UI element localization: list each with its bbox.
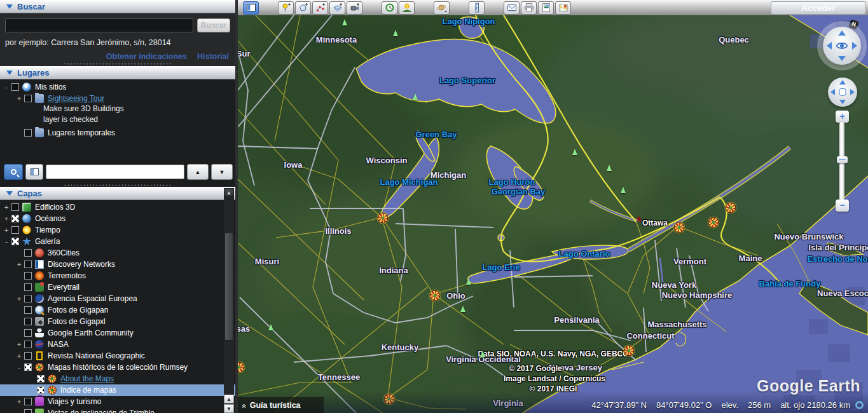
layer-row[interactable]: Fotos de Gigapxl: [0, 316, 235, 327]
scroll-up-button[interactable]: ▲: [224, 188, 234, 197]
zoom-out-button[interactable]: −: [836, 200, 849, 212]
layer-row[interactable]: +Viajes y turismo: [0, 396, 235, 407]
expander-icon[interactable]: -: [15, 363, 23, 372]
email-button[interactable]: [504, 1, 520, 15]
search-button[interactable]: Buscar: [197, 18, 230, 32]
add-placemark-button[interactable]: [278, 1, 294, 15]
layer-row[interactable]: +NASA: [0, 339, 235, 350]
expander-icon[interactable]: +: [15, 95, 23, 103]
layer-row[interactable]: -Galería: [0, 236, 235, 247]
rumsey-map-marker[interactable]: [726, 203, 736, 213]
layer-row[interactable]: -Mapas históricos de la colección Rumsey: [0, 362, 235, 373]
places-panel-header[interactable]: Lugares: [0, 66, 235, 79]
layer-label[interactable]: About the Maps: [60, 374, 114, 383]
rumsey-map-marker[interactable]: [624, 346, 635, 356]
sunlight-button[interactable]: [399, 1, 415, 15]
rumsey-map-marker[interactable]: [430, 290, 441, 301]
layer-checkbox[interactable]: [11, 203, 19, 211]
expander-icon[interactable]: -: [3, 238, 10, 246]
tour-guide-bar[interactable]: « Guía turística: [238, 397, 324, 413]
rumsey-map-marker[interactable]: [708, 217, 719, 228]
search-places-button[interactable]: [4, 164, 23, 180]
layer-row[interactable]: About the Maps: [0, 373, 235, 384]
layer-checkbox[interactable]: [24, 295, 32, 302]
expander-icon[interactable]: +: [15, 295, 23, 303]
record-tour-button[interactable]: [347, 1, 362, 15]
layer-row[interactable]: +Revista National Geographic: [0, 350, 235, 362]
search-input[interactable]: [5, 18, 193, 32]
layer-row[interactable]: +Tiempo: [0, 224, 235, 236]
layer-row[interactable]: Vistas de inclinación de Trimble: [0, 407, 235, 413]
expander-icon[interactable]: +: [15, 261, 23, 269]
layer-row[interactable]: Google Earth Community: [0, 327, 235, 339]
expander-icon[interactable]: +: [3, 203, 10, 212]
panel-resize-grip[interactable]: [64, 62, 172, 65]
look-joystick[interactable]: [823, 27, 861, 65]
checkbox[interactable]: [24, 129, 32, 137]
layer-checkbox[interactable]: [24, 272, 32, 280]
map-viewport[interactable]: Lago NipigonMinnesotaDakota del SurQuebe…: [238, 15, 868, 413]
layer-row[interactable]: Fotos de Gigapan: [0, 304, 235, 316]
layer-checkbox[interactable]: [24, 409, 32, 413]
expander-icon[interactable]: +: [15, 352, 23, 360]
add-polygon-button[interactable]: [295, 1, 311, 15]
rumsey-map-marker[interactable]: [378, 213, 389, 224]
layer-row[interactable]: +Agencia Espacial Europea: [0, 293, 235, 304]
print-button[interactable]: [521, 1, 537, 15]
layer-checkbox[interactable]: [24, 363, 32, 371]
move-left-icon[interactable]: [830, 89, 835, 95]
layers-scrollbar[interactable]: ▲ ▲ ▼: [224, 188, 234, 413]
expander-icon[interactable]: +: [15, 398, 23, 406]
expander-icon[interactable]: -: [3, 83, 10, 91]
historical-imagery-button[interactable]: [382, 1, 397, 15]
layer-checkbox[interactable]: [11, 238, 19, 245]
expander-icon[interactable]: +: [15, 341, 23, 349]
save-image-button[interactable]: [538, 1, 554, 15]
layer-checkbox[interactable]: [37, 375, 45, 383]
move-up-button[interactable]: ▲: [187, 164, 209, 180]
search-panel-header[interactable]: Buscar: [0, 0, 235, 13]
get-directions-link[interactable]: Obtener indicaciones: [106, 52, 187, 61]
checkbox[interactable]: [24, 95, 32, 102]
layers-panel-header[interactable]: Capas: [0, 187, 235, 200]
scroll-down-button[interactable]: ▼: [224, 404, 234, 413]
layer-checkbox[interactable]: [24, 306, 32, 314]
layer-row[interactable]: Índice de mapas: [0, 384, 235, 396]
tree-item-sightseeing-tour[interactable]: + Sightseeing Tour: [0, 93, 235, 104]
move-up-icon[interactable]: [839, 80, 846, 85]
layer-checkbox[interactable]: [37, 386, 45, 394]
add-image-overlay-button[interactable]: [329, 1, 345, 15]
layer-row[interactable]: +Edificios 3D: [0, 201, 235, 213]
layer-row[interactable]: 360Cities: [0, 247, 235, 259]
move-down-icon[interactable]: [839, 100, 846, 104]
expander-icon[interactable]: +: [3, 215, 10, 223]
tree-item-my-places[interactable]: - Mis sitios: [0, 81, 235, 93]
layer-row[interactable]: +Discovery Networks: [0, 259, 235, 270]
tree-item-temporary-places[interactable]: Lugares temporales: [0, 127, 235, 139]
layer-row[interactable]: +Océanos: [0, 213, 235, 224]
toggle-sidebar-button[interactable]: [243, 1, 259, 15]
move-joystick[interactable]: [828, 78, 857, 107]
look-up-icon[interactable]: [838, 30, 846, 36]
layer-row[interactable]: Terremotos: [0, 270, 235, 281]
move-down-button[interactable]: ▼: [211, 164, 233, 180]
layer-checkbox[interactable]: [24, 261, 32, 268]
layer-checkbox[interactable]: [24, 318, 32, 325]
rumsey-map-marker[interactable]: [674, 222, 685, 233]
layer-checkbox[interactable]: [24, 283, 32, 291]
checkbox[interactable]: [11, 83, 19, 91]
toggle-panel-button[interactable]: [25, 164, 43, 180]
sign-in-button[interactable]: Acceder: [771, 1, 866, 15]
planets-button[interactable]: [434, 1, 450, 15]
zoom-in-button[interactable]: +: [836, 111, 849, 123]
layer-checkbox[interactable]: [24, 398, 32, 405]
history-link[interactable]: Historial: [197, 52, 229, 61]
look-right-icon[interactable]: [852, 42, 857, 50]
scroll-thumb[interactable]: [224, 233, 233, 341]
layer-checkbox[interactable]: [24, 329, 32, 337]
rumsey-map-marker[interactable]: [384, 394, 395, 405]
move-right-icon[interactable]: [850, 89, 855, 95]
layer-checkbox[interactable]: [11, 226, 19, 234]
expander-icon[interactable]: +: [3, 226, 10, 234]
places-filter-input[interactable]: [46, 165, 184, 179]
